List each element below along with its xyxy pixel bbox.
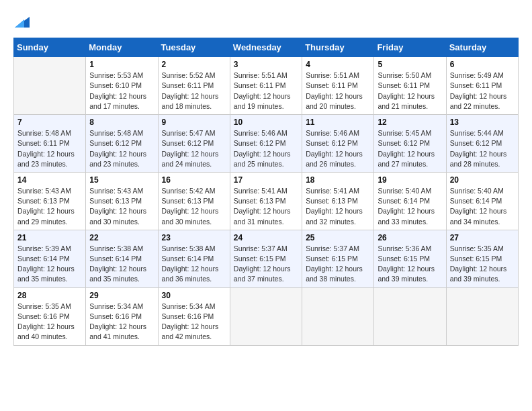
calendar-cell: 24Sunrise: 5:37 AMSunset: 6:15 PMDayligh… xyxy=(230,230,302,287)
day-number: 3 xyxy=(234,60,298,69)
calendar-cell: 7Sunrise: 5:48 AMSunset: 6:11 PMDaylight… xyxy=(14,115,86,173)
day-number: 12 xyxy=(378,118,442,127)
day-number: 10 xyxy=(234,118,298,127)
day-info: Sunrise: 5:37 AMSunset: 6:15 PMDaylight:… xyxy=(306,244,370,285)
day-info: Sunrise: 5:37 AMSunset: 6:15 PMDaylight:… xyxy=(234,244,298,285)
day-info: Sunrise: 5:49 AMSunset: 6:11 PMDaylight:… xyxy=(450,71,515,111)
day-info: Sunrise: 5:51 AMSunset: 6:11 PMDaylight:… xyxy=(234,71,298,111)
day-number: 18 xyxy=(306,175,370,185)
day-info: Sunrise: 5:47 AMSunset: 6:12 PMDaylight:… xyxy=(162,128,226,169)
calendar-cell: 3Sunrise: 5:51 AMSunset: 6:11 PMDaylight… xyxy=(230,57,302,115)
day-info: Sunrise: 5:46 AMSunset: 6:12 PMDaylight:… xyxy=(306,128,370,169)
day-number: 2 xyxy=(162,60,226,69)
day-number: 13 xyxy=(450,118,515,127)
day-info: Sunrise: 5:35 AMSunset: 6:15 PMDaylight:… xyxy=(450,244,515,285)
calendar-cell: 14Sunrise: 5:43 AMSunset: 6:13 PMDayligh… xyxy=(14,172,86,230)
calendar-header-row: SundayMondayTuesdayWednesdayThursdayFrid… xyxy=(14,38,519,57)
weekday-header: Thursday xyxy=(302,38,374,57)
calendar-cell xyxy=(14,57,86,115)
calendar-cell xyxy=(230,287,302,345)
calendar-cell: 30Sunrise: 5:34 AMSunset: 6:16 PMDayligh… xyxy=(158,287,230,345)
weekday-header: Wednesday xyxy=(230,38,302,57)
calendar-cell: 5Sunrise: 5:50 AMSunset: 6:11 PMDaylight… xyxy=(374,57,446,115)
day-number: 30 xyxy=(162,291,226,300)
day-number: 20 xyxy=(450,175,515,185)
day-info: Sunrise: 5:42 AMSunset: 6:13 PMDaylight:… xyxy=(162,186,226,227)
day-info: Sunrise: 5:38 AMSunset: 6:14 PMDaylight:… xyxy=(162,244,226,285)
logo xyxy=(13,13,30,27)
svg-marker-1 xyxy=(15,19,24,28)
day-number: 27 xyxy=(450,233,515,242)
weekday-header: Sunday xyxy=(14,38,86,57)
day-number: 6 xyxy=(450,60,515,69)
day-info: Sunrise: 5:48 AMSunset: 6:12 PMDaylight:… xyxy=(89,128,154,169)
day-info: Sunrise: 5:36 AMSunset: 6:15 PMDaylight:… xyxy=(378,244,442,285)
calendar-cell: 2Sunrise: 5:52 AMSunset: 6:11 PMDaylight… xyxy=(158,57,230,115)
calendar-week-row: 1Sunrise: 5:53 AMSunset: 6:10 PMDaylight… xyxy=(14,57,519,115)
day-number: 21 xyxy=(17,233,82,242)
calendar-cell: 18Sunrise: 5:41 AMSunset: 6:13 PMDayligh… xyxy=(302,172,374,230)
day-info: Sunrise: 5:50 AMSunset: 6:11 PMDaylight:… xyxy=(378,71,442,111)
calendar-week-row: 14Sunrise: 5:43 AMSunset: 6:13 PMDayligh… xyxy=(14,172,519,230)
day-info: Sunrise: 5:35 AMSunset: 6:16 PMDaylight:… xyxy=(17,302,82,342)
day-info: Sunrise: 5:39 AMSunset: 6:14 PMDaylight:… xyxy=(17,244,82,285)
calendar-cell: 6Sunrise: 5:49 AMSunset: 6:11 PMDaylight… xyxy=(446,57,518,115)
weekday-header: Saturday xyxy=(446,38,518,57)
day-number: 25 xyxy=(306,233,370,242)
day-info: Sunrise: 5:41 AMSunset: 6:13 PMDaylight:… xyxy=(234,186,298,227)
day-info: Sunrise: 5:46 AMSunset: 6:12 PMDaylight:… xyxy=(234,128,298,169)
day-number: 9 xyxy=(162,118,226,127)
calendar-cell: 21Sunrise: 5:39 AMSunset: 6:14 PMDayligh… xyxy=(14,230,86,287)
calendar-cell: 28Sunrise: 5:35 AMSunset: 6:16 PMDayligh… xyxy=(14,287,86,345)
day-number: 29 xyxy=(89,291,154,300)
calendar-cell xyxy=(446,287,518,345)
calendar-cell: 1Sunrise: 5:53 AMSunset: 6:10 PMDaylight… xyxy=(86,57,158,115)
day-number: 19 xyxy=(378,175,442,185)
day-info: Sunrise: 5:52 AMSunset: 6:11 PMDaylight:… xyxy=(162,71,226,111)
logo-icon xyxy=(15,17,30,28)
day-number: 22 xyxy=(89,233,154,242)
calendar-cell xyxy=(374,287,446,345)
calendar-cell: 20Sunrise: 5:40 AMSunset: 6:14 PMDayligh… xyxy=(446,172,518,230)
calendar-cell xyxy=(302,287,374,345)
day-number: 24 xyxy=(234,233,298,242)
calendar-cell: 26Sunrise: 5:36 AMSunset: 6:15 PMDayligh… xyxy=(374,230,446,287)
day-info: Sunrise: 5:48 AMSunset: 6:11 PMDaylight:… xyxy=(17,128,82,169)
day-info: Sunrise: 5:43 AMSunset: 6:13 PMDaylight:… xyxy=(89,186,154,227)
day-number: 16 xyxy=(162,175,226,185)
logo-text xyxy=(13,13,30,30)
day-number: 4 xyxy=(306,60,370,69)
calendar-cell: 22Sunrise: 5:38 AMSunset: 6:14 PMDayligh… xyxy=(86,230,158,287)
day-info: Sunrise: 5:45 AMSunset: 6:12 PMDaylight:… xyxy=(378,128,442,169)
day-number: 11 xyxy=(306,118,370,127)
calendar-week-row: 7Sunrise: 5:48 AMSunset: 6:11 PMDaylight… xyxy=(14,115,519,173)
calendar-cell: 27Sunrise: 5:35 AMSunset: 6:15 PMDayligh… xyxy=(446,230,518,287)
calendar-cell: 16Sunrise: 5:42 AMSunset: 6:13 PMDayligh… xyxy=(158,172,230,230)
day-info: Sunrise: 5:38 AMSunset: 6:14 PMDaylight:… xyxy=(89,244,154,285)
day-info: Sunrise: 5:43 AMSunset: 6:13 PMDaylight:… xyxy=(17,186,82,227)
day-number: 1 xyxy=(89,60,154,69)
calendar-cell: 25Sunrise: 5:37 AMSunset: 6:15 PMDayligh… xyxy=(302,230,374,287)
calendar-table: SundayMondayTuesdayWednesdayThursdayFrid… xyxy=(13,38,519,345)
page-header xyxy=(13,13,519,27)
weekday-header: Monday xyxy=(86,38,158,57)
day-info: Sunrise: 5:40 AMSunset: 6:14 PMDaylight:… xyxy=(378,186,442,227)
day-number: 26 xyxy=(378,233,442,242)
day-number: 7 xyxy=(17,118,82,127)
calendar-cell: 12Sunrise: 5:45 AMSunset: 6:12 PMDayligh… xyxy=(374,115,446,173)
calendar-cell: 9Sunrise: 5:47 AMSunset: 6:12 PMDaylight… xyxy=(158,115,230,173)
calendar-cell: 13Sunrise: 5:44 AMSunset: 6:12 PMDayligh… xyxy=(446,115,518,173)
calendar-week-row: 21Sunrise: 5:39 AMSunset: 6:14 PMDayligh… xyxy=(14,230,519,287)
calendar-cell: 10Sunrise: 5:46 AMSunset: 6:12 PMDayligh… xyxy=(230,115,302,173)
day-info: Sunrise: 5:40 AMSunset: 6:14 PMDaylight:… xyxy=(450,186,515,227)
calendar-cell: 23Sunrise: 5:38 AMSunset: 6:14 PMDayligh… xyxy=(158,230,230,287)
calendar-cell: 17Sunrise: 5:41 AMSunset: 6:13 PMDayligh… xyxy=(230,172,302,230)
weekday-header: Friday xyxy=(374,38,446,57)
day-info: Sunrise: 5:41 AMSunset: 6:13 PMDaylight:… xyxy=(306,186,370,227)
day-info: Sunrise: 5:34 AMSunset: 6:16 PMDaylight:… xyxy=(162,302,226,342)
calendar-cell: 4Sunrise: 5:51 AMSunset: 6:11 PMDaylight… xyxy=(302,57,374,115)
day-number: 28 xyxy=(17,291,82,300)
calendar-cell: 29Sunrise: 5:34 AMSunset: 6:16 PMDayligh… xyxy=(86,287,158,345)
calendar-cell: 19Sunrise: 5:40 AMSunset: 6:14 PMDayligh… xyxy=(374,172,446,230)
day-info: Sunrise: 5:53 AMSunset: 6:10 PMDaylight:… xyxy=(89,71,154,111)
